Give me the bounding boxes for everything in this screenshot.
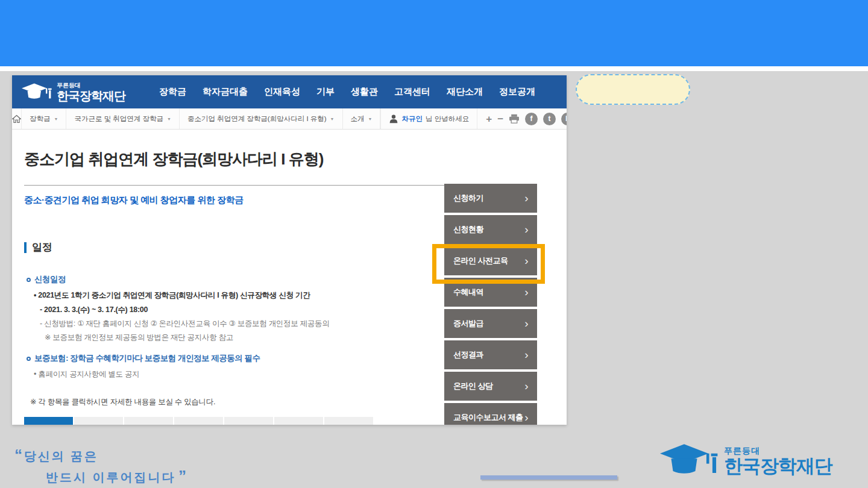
footer-brand-small: 푸른등대 [724, 446, 832, 455]
slide-tagline: “ 당신의 꿈은 반드시 이루어집니다 ” [14, 446, 185, 486]
greeting-text: 님 안녕하세요 [426, 114, 469, 124]
sidebar-certificate-button[interactable]: 증서발급 › [444, 309, 537, 338]
page-subtitle: 중소·중견기업 취업 희망자 및 예비 창업자를 위한 장학금 [24, 195, 244, 206]
logo-brand-large: 한국장학재단 [57, 90, 125, 102]
section-bar [24, 242, 27, 253]
breadcrumb-label: 소개 [351, 114, 365, 124]
facebook-icon[interactable]: f [525, 113, 538, 125]
chevron-down-icon: ▼ [368, 117, 373, 121]
sidebar-label: 신청하기 [453, 193, 483, 204]
chevron-right-icon: › [524, 286, 528, 299]
sidebar-label: 수혜내역 [453, 287, 483, 298]
chevron-right-icon: › [524, 317, 528, 330]
chevron-down-icon: ▼ [167, 117, 171, 121]
chevron-down-icon: ▼ [330, 117, 335, 121]
tab[interactable] [124, 417, 173, 425]
nav-scholarship[interactable]: 장학금 [159, 86, 186, 98]
zoom-out-button[interactable]: − [497, 114, 503, 124]
sidebar-label: 선정결과 [453, 349, 483, 360]
sidebar-education-report-button[interactable]: 교육이수보고서 제출 › [444, 403, 537, 425]
page-title: 중소기업 취업연계 장학금(희망사다리 I 유형) [24, 149, 323, 170]
chevron-right-icon: › [524, 411, 528, 424]
insurance-label: 보증보험: 장학금 수혜학기마다 보증보험 개인정보 제공동의 필수 [34, 353, 260, 364]
breadcrumb-intro[interactable]: 소개 ▼ [343, 108, 381, 129]
nav-disclosure[interactable]: 정보공개 [499, 86, 535, 98]
blog-icon[interactable]: b [561, 113, 567, 125]
apply-schedule-heading: 신청일정 [27, 274, 66, 285]
breadcrumb-sme-scholarship[interactable]: 중소기업 취업연계 장학금(희망사다리 I 유형) ▼ [180, 108, 343, 129]
tagline-line1: 당신의 꿈은 [24, 449, 98, 463]
nav-donation[interactable]: 기부 [316, 86, 335, 98]
nav-about[interactable]: 재단소개 [447, 86, 483, 98]
nav-customer-center[interactable]: 고객센터 [394, 86, 430, 98]
apply-ref-line: ※ 보증보험 개인정보 제공동의 방법은 재단 공지사항 참고 [45, 333, 233, 343]
footer-brand-large: 한국장학재단 [724, 457, 832, 475]
section-heading: 일정 [32, 240, 52, 254]
breadcrumb-label: 국가근로 및 취업연계 장학금 [74, 114, 163, 124]
nav-dormitory[interactable]: 생활관 [351, 86, 378, 98]
insurance-line: • 홈페이지 공지사항에 별도 공지 [34, 369, 139, 380]
graduation-cap-icon [22, 82, 53, 102]
user-greeting: 차규인 님 안녕하세요 [381, 108, 477, 129]
ring-icon [27, 278, 31, 282]
user-icon [389, 114, 398, 124]
breadcrumb-work-study[interactable]: 국가근로 및 취업연계 장학금 ▼ [66, 108, 180, 129]
apply-period-line: • 2021년도 1학기 중소기업 취업연계 장학금(희망사다리 I 유형) 신… [34, 290, 310, 301]
chevron-down-icon: ▼ [54, 117, 58, 121]
sidebar-online-education-button[interactable]: 온라인 사전교육 › [444, 246, 537, 275]
zoom-in-button[interactable]: + [486, 114, 492, 124]
apply-schedule-label: 신청일정 [34, 274, 66, 285]
banner-divider [0, 66, 868, 71]
footer-logo: 푸른등대 한국장학재단 [660, 442, 832, 480]
ring-icon [27, 357, 31, 361]
chevron-right-icon: › [524, 192, 528, 205]
chevron-right-icon: › [524, 380, 528, 393]
home-icon [12, 114, 21, 124]
breadcrumb: 장학금 ▼ 국가근로 및 취업연계 장학금 ▼ 중소기업 취업연계 장학금(희망… [12, 108, 567, 130]
tab-active[interactable] [24, 417, 73, 425]
bottom-tab-bar [24, 417, 373, 425]
sidebar-label: 온라인 상담 [453, 381, 493, 392]
site-header: 푸른등대 한국장학재단 장학금 학자금대출 인재육성 기부 생활관 고객센터 재… [12, 75, 567, 108]
toolbar: + − f t b [477, 108, 567, 129]
tab[interactable] [274, 417, 323, 425]
user-name[interactable]: 차규인 [401, 114, 423, 124]
tab[interactable] [174, 417, 223, 425]
sidebar-selection-result-button[interactable]: 선정결과 › [444, 340, 537, 369]
sidebar-benefit-history-button[interactable]: 수혜내역 › [444, 278, 537, 307]
sidebar-label: 교육이수보고서 제출 [453, 412, 523, 423]
nav-talent[interactable]: 인재육성 [264, 86, 300, 98]
breadcrumb-label: 장학금 [30, 114, 51, 124]
twitter-icon[interactable]: t [543, 113, 556, 125]
main-nav: 장학금 학자금대출 인재육성 기부 생활관 고객센터 재단소개 정보공개 [143, 86, 567, 98]
site-logo[interactable]: 푸른등대 한국장학재단 [12, 82, 143, 102]
slide-top-banner [0, 0, 868, 66]
tagline-line2: 반드시 이루어집니다 [46, 471, 176, 484]
chevron-right-icon: › [524, 223, 528, 236]
sidebar-apply-status-button[interactable]: 신청현황 › [444, 215, 537, 244]
nav-student-loan[interactable]: 학자금대출 [203, 86, 248, 98]
close-quote-icon: ” [178, 467, 185, 485]
open-quote-icon: “ [14, 446, 21, 464]
breadcrumb-scholarship[interactable]: 장학금 ▼ [22, 108, 66, 129]
tab[interactable] [74, 417, 123, 425]
print-icon[interactable] [509, 114, 520, 124]
click-note: ※ 각 항목을 클릭하시면 자세한 내용을 보실 수 있습니다. [30, 397, 215, 407]
website-screenshot: 푸른등대 한국장학재단 장학금 학자금대출 인재육성 기부 생활관 고객센터 재… [12, 75, 567, 425]
sidebar-label: 증서발급 [453, 318, 483, 329]
apply-method-line: - 신청방법: ① 재단 홈페이지 신청 ② 온라인사전교육 이수 ③ 보증보험… [40, 319, 329, 329]
section-schedule: 일정 [24, 240, 52, 254]
tab[interactable] [224, 417, 273, 425]
sidebar-label: 온라인 사전교육 [453, 255, 508, 266]
quick-menu-sidebar: 신청하기 › 신청현황 › 온라인 사전교육 › 수혜내역 › 증서발급 › 선… [444, 184, 537, 425]
graduation-cap-icon [660, 442, 720, 480]
home-button[interactable] [12, 108, 22, 129]
footer-accent-bar [480, 475, 617, 480]
sidebar-apply-button[interactable]: 신청하기 › [444, 184, 537, 213]
logo-brand-small: 푸른등대 [57, 83, 125, 89]
sidebar-online-counsel-button[interactable]: 온라인 상담 › [444, 372, 537, 401]
chevron-right-icon: › [524, 348, 528, 361]
chevron-right-icon: › [524, 254, 528, 267]
title-divider [24, 185, 446, 186]
tab[interactable] [324, 417, 373, 425]
